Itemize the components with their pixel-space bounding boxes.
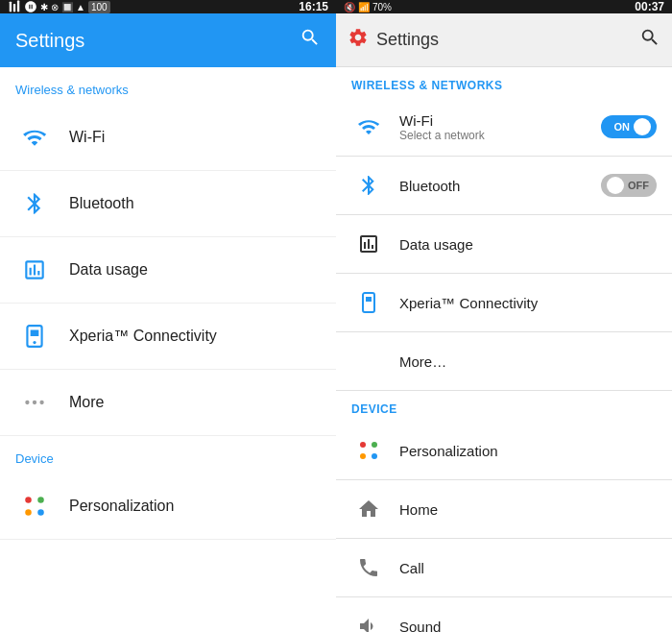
left-title: Settings [15, 30, 84, 52]
left-section-device: Device [0, 436, 336, 474]
svg-rect-14 [366, 297, 372, 302]
right-item-bluetooth[interactable]: Bluetooth OFF [336, 157, 672, 215]
left-time: 16:15 [299, 0, 328, 13]
right-time: 00:37 [635, 0, 664, 13]
left-item-personalization[interactable]: Personalization [0, 474, 336, 540]
more-icon-right [351, 344, 386, 378]
svg-point-11 [25, 509, 32, 516]
right-item-wifi[interactable]: Wi-Fi Select a network ON [336, 98, 672, 157]
left-item-xperia[interactable]: Xperia™ Connectivity [0, 304, 336, 370]
settings-icon-right [348, 27, 369, 53]
right-data-label: Data usage [399, 236, 657, 253]
header-kitkat: Settings [336, 13, 672, 67]
right-bluetooth-label: Bluetooth [399, 178, 601, 194]
call-icon-right [351, 550, 386, 585]
right-item-data[interactable]: Data usage [336, 215, 672, 274]
left-bluetooth-label: Bluetooth [69, 195, 134, 212]
panel-kitkat: Settings WIRELESS & NETWORKS Wi-Fi Selec… [336, 13, 672, 632]
xperia-icon-left [15, 317, 54, 355]
svg-point-7 [33, 401, 36, 404]
right-wifi-sublabel: Select a network [399, 129, 601, 142]
left-wifi-label: Wi-Fi [69, 129, 105, 146]
right-item-sound[interactable]: Sound [336, 597, 672, 632]
status-bar-right: 🔇 📶 70% 00:37 [336, 0, 672, 13]
svg-point-5 [33, 341, 36, 344]
left-item-data[interactable]: Data usage [0, 237, 336, 304]
left-more-label: More [69, 394, 104, 411]
wifi-icon-right [351, 109, 386, 144]
personalization-icon-right [351, 433, 386, 468]
svg-point-6 [25, 401, 29, 404]
right-more-label: More… [399, 353, 657, 370]
toggle-circle-on [634, 118, 651, 135]
sound-icon-right [351, 609, 386, 632]
right-item-more[interactable]: More… [336, 332, 672, 391]
wifi-toggle-on[interactable]: ON [601, 115, 657, 138]
bluetooth-toggle-off[interactable]: OFF [601, 174, 657, 197]
right-wifi-label: Wi-Fi [399, 112, 601, 129]
left-personalization-label: Personalization [69, 498, 174, 515]
toggle-circle-off [607, 177, 624, 194]
wifi-text-right: Wi-Fi Select a network [399, 112, 601, 142]
status-bars: ✱ ⊗ 🔲 ▲ 100 16:15 🔇 📶 70% 00:37 [0, 0, 672, 13]
left-xperia-label: Xperia™ Connectivity [69, 328, 217, 345]
svg-point-15 [360, 442, 366, 448]
right-item-xperia[interactable]: Xperia™ Connectivity [336, 274, 672, 332]
search-icon-left[interactable] [300, 27, 321, 54]
left-section-wireless: Wireless & networks [0, 67, 336, 105]
left-item-bluetooth[interactable]: Bluetooth [0, 171, 336, 237]
right-section-wireless: WIRELESS & NETWORKS [336, 67, 672, 98]
left-item-wifi[interactable]: Wi-Fi [0, 105, 336, 171]
left-settings-list: Wireless & networks Wi-Fi Bluetooth [0, 67, 336, 632]
xperia-icon-right [351, 285, 386, 320]
data-icon-right [351, 227, 386, 261]
right-home-label: Home [399, 501, 657, 518]
svg-point-18 [372, 453, 377, 459]
left-data-label: Data usage [69, 261, 148, 279]
right-item-personalization[interactable]: Personalization [336, 422, 672, 480]
more-icon-left [15, 383, 54, 422]
panel-lollipop: Settings Wireless & networks Wi-Fi Bluet… [0, 13, 336, 632]
bt-icon-right [351, 168, 386, 203]
svg-point-12 [37, 509, 44, 516]
svg-rect-2 [17, 1, 19, 12]
left-item-more[interactable]: More [0, 370, 336, 436]
svg-rect-13 [363, 293, 374, 312]
svg-point-17 [360, 453, 366, 459]
right-sound-label: Sound [399, 619, 657, 633]
right-personalization-label: Personalization [399, 443, 657, 459]
svg-rect-1 [13, 4, 15, 12]
home-icon-right [351, 492, 386, 526]
wifi-icon [15, 118, 54, 157]
header-lollipop: Settings [0, 13, 336, 67]
svg-rect-4 [31, 330, 39, 337]
svg-point-16 [372, 442, 377, 448]
right-xperia-label: Xperia™ Connectivity [399, 295, 657, 311]
right-item-call[interactable]: Call [336, 539, 672, 597]
bluetooth-text-right: Bluetooth [399, 178, 601, 194]
svg-point-10 [37, 497, 44, 503]
svg-point-8 [39, 401, 43, 404]
right-item-home[interactable]: Home [336, 480, 672, 539]
right-section-device: DEVICE [336, 391, 672, 422]
svg-rect-0 [10, 2, 12, 12]
bt-icon-left [15, 184, 54, 223]
left-status-icons: ✱ ⊗ 🔲 ▲ 100 [8, 0, 110, 13]
right-title: Settings [376, 30, 639, 50]
right-status-icons: 🔇 📶 70% [344, 2, 392, 12]
main-content: Settings Wireless & networks Wi-Fi Bluet… [0, 13, 672, 632]
personalization-icon-left [15, 487, 54, 525]
data-icon-left [15, 251, 54, 289]
right-call-label: Call [399, 560, 657, 576]
status-bar-left: ✱ ⊗ 🔲 ▲ 100 16:15 [0, 0, 336, 13]
svg-point-9 [25, 497, 32, 503]
search-icon-right[interactable] [639, 27, 660, 54]
right-settings-list: WIRELESS & NETWORKS Wi-Fi Select a netwo… [336, 67, 672, 632]
